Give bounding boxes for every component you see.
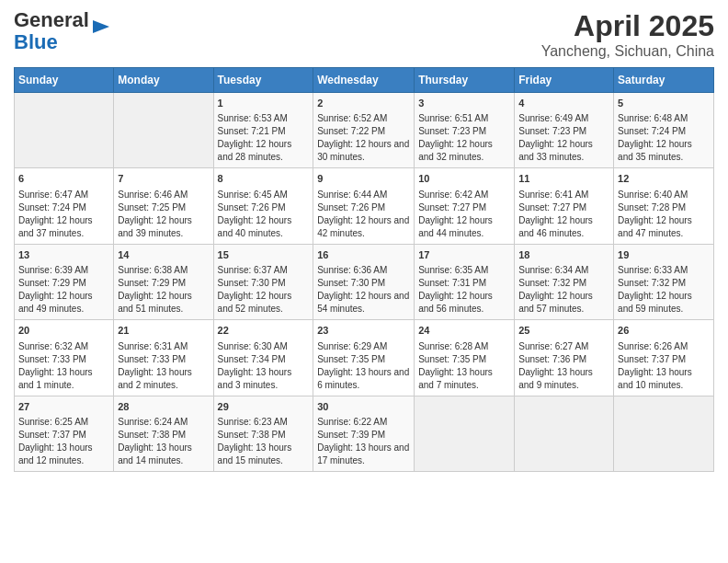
day-info: Sunrise: 6:39 AM bbox=[18, 264, 109, 277]
days-row: SundayMondayTuesdayWednesdayThursdayFrid… bbox=[15, 68, 714, 93]
day-info: Daylight: 12 hours and 49 minutes. bbox=[18, 290, 109, 316]
calendar-cell: 13Sunrise: 6:39 AMSunset: 7:29 PMDayligh… bbox=[15, 244, 114, 319]
day-info: Sunrise: 6:29 AM bbox=[317, 340, 410, 353]
day-number: 13 bbox=[18, 248, 109, 262]
day-info: Sunset: 7:30 PM bbox=[317, 277, 410, 290]
day-info: Sunset: 7:37 PM bbox=[618, 353, 710, 366]
day-number: 9 bbox=[317, 172, 410, 186]
day-info: Sunset: 7:27 PM bbox=[518, 201, 609, 214]
calendar-cell: 2Sunrise: 6:52 AMSunset: 7:22 PMDaylight… bbox=[313, 93, 415, 168]
calendar-header: SundayMondayTuesdayWednesdayThursdayFrid… bbox=[15, 68, 714, 93]
day-number: 8 bbox=[218, 172, 310, 186]
day-number: 28 bbox=[118, 400, 209, 414]
day-info: Daylight: 12 hours and 54 minutes. bbox=[317, 290, 410, 316]
day-number: 16 bbox=[317, 248, 410, 262]
day-number: 29 bbox=[218, 400, 310, 414]
calendar-cell: 1Sunrise: 6:53 AMSunset: 7:21 PMDaylight… bbox=[213, 93, 313, 168]
day-info: Daylight: 13 hours and 10 minutes. bbox=[618, 366, 710, 392]
calendar-cell: 30Sunrise: 6:22 AMSunset: 7:39 PMDayligh… bbox=[313, 396, 415, 471]
day-info: Sunset: 7:35 PM bbox=[317, 353, 410, 366]
day-info: Sunset: 7:31 PM bbox=[418, 277, 510, 290]
day-number: 11 bbox=[518, 172, 609, 186]
day-info: Sunrise: 6:38 AM bbox=[118, 264, 209, 277]
calendar-cell: 16Sunrise: 6:36 AMSunset: 7:30 PMDayligh… bbox=[313, 244, 415, 319]
day-info: Sunset: 7:24 PM bbox=[18, 201, 109, 214]
day-info: Sunrise: 6:40 AM bbox=[618, 189, 710, 201]
day-number: 1 bbox=[218, 97, 310, 110]
calendar-cell bbox=[15, 93, 114, 168]
day-info: Daylight: 12 hours and 37 minutes. bbox=[18, 214, 109, 240]
day-number: 30 bbox=[317, 400, 410, 414]
day-info: Sunrise: 6:37 AM bbox=[218, 264, 310, 277]
calendar-cell bbox=[515, 396, 614, 471]
day-info: Sunrise: 6:46 AM bbox=[118, 189, 209, 201]
day-number: 18 bbox=[518, 248, 609, 262]
calendar-cell bbox=[114, 93, 213, 168]
day-info: Daylight: 12 hours and 57 minutes. bbox=[518, 290, 609, 316]
day-info: Sunrise: 6:32 AM bbox=[18, 340, 109, 353]
day-info: Sunrise: 6:51 AM bbox=[418, 112, 510, 125]
day-info: Sunset: 7:26 PM bbox=[218, 201, 310, 214]
day-number: 26 bbox=[618, 324, 710, 338]
day-info: Daylight: 12 hours and 56 minutes. bbox=[418, 290, 510, 316]
day-info: Sunrise: 6:47 AM bbox=[18, 189, 109, 201]
day-info: Daylight: 12 hours and 40 minutes. bbox=[218, 214, 310, 240]
day-info: Daylight: 13 hours and 14 minutes. bbox=[118, 442, 209, 467]
logo: GeneralBlue bbox=[14, 9, 111, 53]
day-info: Sunset: 7:29 PM bbox=[118, 277, 209, 290]
calendar-cell: 20Sunrise: 6:32 AMSunset: 7:33 PMDayligh… bbox=[15, 320, 114, 396]
day-info: Sunset: 7:35 PM bbox=[418, 353, 510, 366]
day-info: Daylight: 12 hours and 52 minutes. bbox=[218, 290, 310, 316]
calendar-cell: 6Sunrise: 6:47 AMSunset: 7:24 PMDaylight… bbox=[15, 168, 114, 244]
day-info: Sunset: 7:33 PM bbox=[118, 353, 209, 366]
day-info: Daylight: 13 hours and 6 minutes. bbox=[317, 366, 410, 392]
day-info: Daylight: 13 hours and 15 minutes. bbox=[218, 442, 310, 467]
calendar-week-4: 20Sunrise: 6:32 AMSunset: 7:33 PMDayligh… bbox=[15, 320, 714, 396]
day-info: Sunset: 7:39 PM bbox=[317, 429, 410, 442]
day-info: Daylight: 12 hours and 47 minutes. bbox=[618, 214, 710, 240]
day-info: Sunset: 7:24 PM bbox=[618, 125, 710, 138]
day-info: Daylight: 12 hours and 46 minutes. bbox=[518, 214, 609, 240]
day-info: Daylight: 13 hours and 7 minutes. bbox=[418, 366, 510, 392]
calendar-cell: 24Sunrise: 6:28 AMSunset: 7:35 PMDayligh… bbox=[415, 320, 515, 396]
calendar-title: April 2025 bbox=[541, 9, 714, 43]
title-block: April 2025 Yancheng, Sichuan, China bbox=[541, 9, 714, 60]
calendar-cell: 12Sunrise: 6:40 AMSunset: 7:28 PMDayligh… bbox=[614, 168, 714, 244]
calendar-cell: 8Sunrise: 6:45 AMSunset: 7:26 PMDaylight… bbox=[213, 168, 313, 244]
day-info: Sunset: 7:23 PM bbox=[518, 125, 609, 138]
calendar-cell: 22Sunrise: 6:30 AMSunset: 7:34 PMDayligh… bbox=[213, 320, 313, 396]
day-info: Daylight: 13 hours and 3 minutes. bbox=[218, 366, 310, 392]
day-info: Daylight: 13 hours and 1 minute. bbox=[18, 366, 109, 392]
day-number: 7 bbox=[118, 172, 209, 186]
calendar-subtitle: Yancheng, Sichuan, China bbox=[541, 43, 714, 60]
day-info: Sunset: 7:37 PM bbox=[18, 429, 109, 442]
day-info: Sunrise: 6:23 AM bbox=[218, 416, 310, 429]
day-info: Daylight: 13 hours and 12 minutes. bbox=[18, 442, 109, 467]
day-info: Daylight: 13 hours and 9 minutes. bbox=[518, 366, 609, 392]
day-info: Sunrise: 6:26 AM bbox=[618, 340, 710, 353]
day-info: Sunset: 7:33 PM bbox=[18, 353, 109, 366]
calendar-cell: 7Sunrise: 6:46 AMSunset: 7:25 PMDaylight… bbox=[114, 168, 213, 244]
day-number: 4 bbox=[518, 97, 609, 110]
day-info: Sunrise: 6:34 AM bbox=[518, 264, 609, 277]
day-number: 6 bbox=[18, 172, 109, 186]
day-info: Daylight: 12 hours and 44 minutes. bbox=[418, 214, 510, 240]
day-info: Sunrise: 6:53 AM bbox=[218, 112, 310, 125]
day-number: 21 bbox=[118, 324, 209, 338]
day-info: Sunrise: 6:52 AM bbox=[317, 112, 410, 125]
page-header: GeneralBlue April 2025 Yancheng, Sichuan… bbox=[14, 9, 714, 60]
day-number: 19 bbox=[618, 248, 710, 262]
day-header-thursday: Thursday bbox=[415, 68, 515, 93]
calendar-week-3: 13Sunrise: 6:39 AMSunset: 7:29 PMDayligh… bbox=[15, 244, 714, 319]
day-number: 2 bbox=[317, 97, 410, 110]
calendar-week-2: 6Sunrise: 6:47 AMSunset: 7:24 PMDaylight… bbox=[15, 168, 714, 244]
day-info: Daylight: 12 hours and 39 minutes. bbox=[118, 214, 209, 240]
day-number: 20 bbox=[18, 324, 109, 338]
calendar-cell: 25Sunrise: 6:27 AMSunset: 7:36 PMDayligh… bbox=[515, 320, 614, 396]
day-info: Sunset: 7:32 PM bbox=[618, 277, 710, 290]
day-header-friday: Friday bbox=[515, 68, 614, 93]
day-number: 22 bbox=[218, 324, 310, 338]
day-info: Daylight: 12 hours and 32 minutes. bbox=[418, 138, 510, 164]
day-info: Sunrise: 6:45 AM bbox=[218, 189, 310, 201]
calendar-cell: 3Sunrise: 6:51 AMSunset: 7:23 PMDaylight… bbox=[415, 93, 515, 168]
